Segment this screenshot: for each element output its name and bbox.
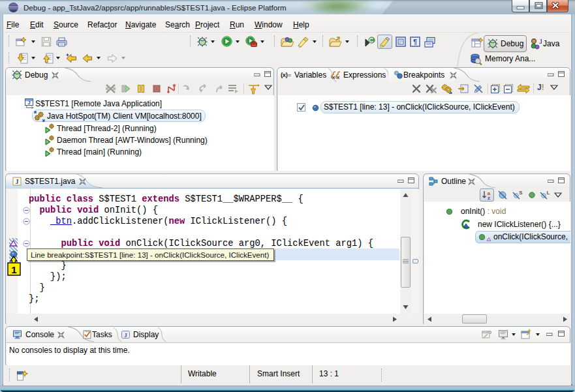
svg-text:J: J — [124, 332, 127, 339]
svg-text:¶: ¶ — [413, 38, 417, 46]
svg-text:z: z — [488, 195, 490, 200]
svg-text:J: J — [539, 38, 542, 45]
svg-text:J: J — [16, 178, 19, 185]
svg-text:1: 1 — [11, 264, 16, 275]
svg-text:J: J — [27, 100, 30, 106]
svg-text:L: L — [547, 190, 550, 196]
svg-text:S: S — [519, 190, 523, 196]
